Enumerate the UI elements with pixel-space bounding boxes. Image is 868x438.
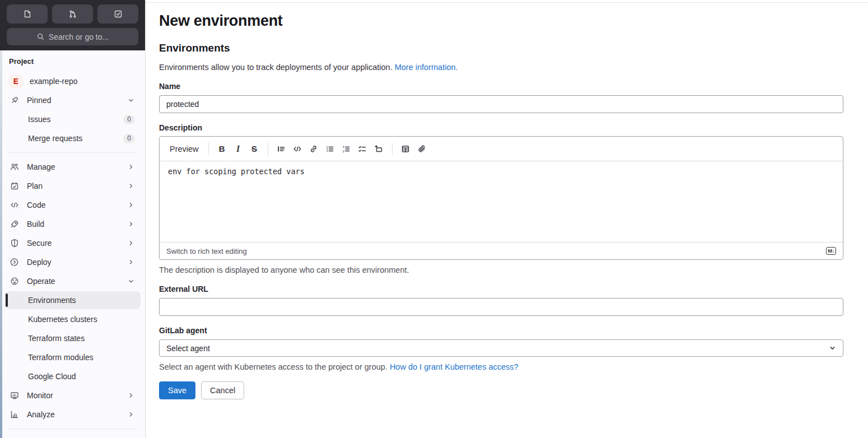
main-content: New environment Environments Environment…	[146, 0, 868, 438]
markdown-icon: M↓	[826, 247, 836, 255]
sidebar-item-kubernetes-clusters[interactable]: Kubernetes clusters	[4, 310, 141, 328]
project-avatar: E	[9, 74, 23, 88]
external-url-input[interactable]	[159, 298, 843, 316]
sidebar-item-monitor[interactable]: Monitor	[4, 386, 141, 404]
calendar-icon	[10, 181, 19, 190]
more-information-link[interactable]: More information.	[395, 63, 458, 72]
shield-icon	[10, 239, 19, 248]
table-icon	[401, 145, 410, 153]
quote-button[interactable]	[273, 141, 290, 157]
numbered-list-button[interactable]: 12	[338, 141, 354, 157]
strikethrough-icon: S	[251, 144, 257, 153]
todo-shortcut-button[interactable]	[97, 4, 138, 24]
kubernetes-access-link[interactable]: How do I grant Kubernetes access?	[390, 362, 519, 371]
merge-requests-count-badge: 0	[123, 134, 135, 143]
description-textarea[interactable]: env for scoping protected vars	[160, 161, 843, 242]
description-help-text: The description is displayed to anyone w…	[159, 265, 843, 274]
toolbar-divider	[268, 143, 268, 155]
link-button[interactable]	[306, 141, 322, 157]
cancel-button[interactable]: Cancel	[201, 381, 244, 399]
bullet-list-icon	[325, 145, 334, 153]
sidebar-divider	[8, 428, 137, 429]
pinned-label: Pinned	[27, 96, 52, 105]
chevron-down-icon	[829, 344, 836, 352]
collapsible-section-button[interactable]	[371, 141, 387, 157]
strikethrough-button[interactable]: S	[246, 141, 263, 157]
chevron-right-icon	[127, 239, 135, 247]
table-button[interactable]	[398, 141, 414, 157]
switch-rich-text-button[interactable]: Switch to rich text editing	[166, 247, 247, 255]
name-input[interactable]	[159, 95, 843, 113]
toolbar-divider	[208, 143, 209, 155]
chevron-right-icon	[127, 201, 135, 209]
gitlab-agent-label: GitLab agent	[159, 326, 843, 335]
italic-button[interactable]: I	[230, 141, 246, 157]
monitor-label: Monitor	[27, 391, 53, 400]
intro-sentence: Environments allow you to track deployme…	[159, 63, 393, 72]
agent-help-text: Select an agent with Kubernetes access t…	[159, 362, 843, 371]
sidebar-item-analyze[interactable]: Analyze	[4, 406, 141, 423]
google-cloud-label: Google Cloud	[28, 372, 76, 381]
sidebar-item-terraform-states[interactable]: Terraform states	[4, 329, 141, 347]
environments-label: Environments	[28, 296, 76, 305]
sidebar-item-project[interactable]: E example-repo	[4, 72, 141, 90]
rocket-icon	[10, 220, 19, 229]
external-url-label: External URL	[159, 285, 843, 293]
sidebar-item-operate[interactable]: Operate	[4, 272, 141, 290]
preview-button[interactable]: Preview	[165, 142, 203, 156]
manage-label: Manage	[27, 162, 55, 171]
numbered-list-icon: 12	[342, 145, 351, 153]
page-title: New environment	[159, 12, 843, 30]
terraform-states-label: Terraform states	[28, 334, 85, 343]
sidebar-item-manage[interactable]: Manage	[4, 158, 141, 176]
sidebar-item-issues[interactable]: Issues 0	[4, 110, 141, 128]
description-editor: Preview B I S 12	[159, 136, 843, 260]
merge-requests-label: Merge requests	[28, 134, 82, 143]
code-icon	[293, 145, 302, 153]
bold-icon: B	[219, 144, 225, 153]
sidebar-item-deploy[interactable]: Deploy	[4, 253, 141, 271]
code-icon	[10, 201, 19, 209]
link-icon	[309, 145, 318, 153]
agent-help-sentence: Select an agent with Kubernetes access t…	[159, 362, 388, 371]
sidebar-item-secure[interactable]: Secure	[4, 234, 141, 252]
monitor-icon	[10, 391, 19, 400]
todo-check-icon	[114, 10, 123, 18]
project-name: example-repo	[30, 77, 78, 86]
issues-count-badge: 0	[123, 115, 135, 124]
pin-icon	[10, 96, 19, 105]
svg-text:1: 1	[343, 145, 345, 148]
sidebar-nav: Project E example-repo Pinned Issues 0 M…	[0, 50, 145, 429]
users-icon	[10, 162, 19, 171]
sidebar-item-code[interactable]: Code	[4, 196, 141, 214]
editor-body: env for scoping protected vars	[160, 161, 843, 242]
project-section-label: Project	[4, 56, 141, 71]
search-input[interactable]: Search or go to...	[7, 28, 138, 45]
issues-shortcut-button[interactable]	[7, 4, 48, 24]
deploy-icon	[10, 258, 19, 267]
quote-icon	[277, 145, 286, 153]
merge-requests-shortcut-button[interactable]	[52, 4, 93, 24]
sidebar-item-environments[interactable]: Environments	[4, 291, 141, 309]
attach-file-button[interactable]	[414, 141, 430, 157]
merge-request-icon	[68, 10, 77, 18]
kubernetes-clusters-label: Kubernetes clusters	[28, 315, 97, 324]
sidebar-item-terraform-modules[interactable]: Terraform modules	[4, 348, 141, 366]
toolbar-divider	[392, 143, 393, 155]
description-label: Description	[159, 123, 843, 132]
intro-text: Environments allow you to track deployme…	[159, 63, 843, 72]
environments-heading: Environments	[159, 42, 843, 54]
sidebar-item-pinned[interactable]: Pinned	[4, 91, 141, 109]
bold-button[interactable]: B	[214, 141, 230, 157]
task-list-button[interactable]	[354, 141, 371, 157]
sidebar-item-plan[interactable]: Plan	[4, 177, 141, 195]
bullet-list-button[interactable]	[322, 141, 338, 157]
code-button[interactable]	[290, 141, 306, 157]
save-button[interactable]: Save	[159, 381, 195, 399]
sidebar-item-google-cloud[interactable]: Google Cloud	[4, 367, 141, 385]
sidebar-item-merge-requests[interactable]: Merge requests 0	[4, 129, 141, 147]
chevron-right-icon	[127, 220, 135, 228]
chevron-down-icon	[127, 277, 135, 285]
agent-select[interactable]: Select agent	[159, 339, 843, 357]
sidebar-item-build[interactable]: Build	[4, 215, 141, 233]
